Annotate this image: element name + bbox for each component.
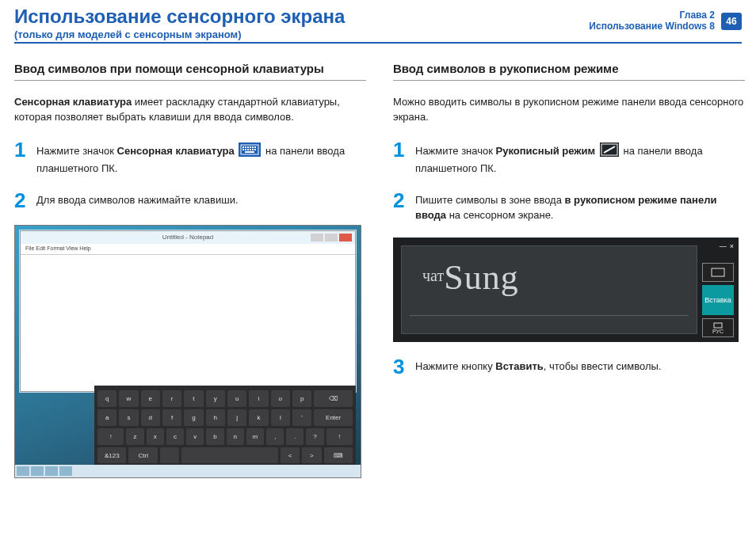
- svg-rect-2: [242, 146, 244, 148]
- language-button[interactable]: РУС: [702, 318, 734, 337]
- notepad-window: Untitled - Notepad File Edit Format View…: [20, 230, 356, 392]
- key[interactable]: z: [126, 428, 143, 445]
- chapter-label: Глава 2 Использование Windows 8: [589, 10, 715, 32]
- handwriting-content: чатSung: [422, 257, 519, 298]
- svg-rect-7: [254, 146, 256, 148]
- step-number: 1: [14, 139, 29, 160]
- left-column: Ввод символов при помощи сенсорной клави…: [14, 62, 366, 478]
- panel-top-icons: — ×: [702, 242, 734, 250]
- svg-rect-19: [714, 323, 722, 328]
- notepad-titlebar: Untitled - Notepad: [21, 231, 355, 244]
- close-icon[interactable]: ×: [730, 242, 734, 250]
- svg-rect-10: [247, 149, 249, 150]
- touch-keyboard-icon: [239, 143, 261, 162]
- key[interactable]: q: [97, 390, 116, 407]
- key[interactable]: t: [184, 390, 203, 407]
- kbd-row-1: q w e r t y u i o p ⌫: [97, 390, 353, 407]
- key[interactable]: .: [286, 428, 304, 445]
- key[interactable]: m: [246, 428, 264, 445]
- right-intro: Можно вводить символы в рукописном режим…: [393, 95, 745, 125]
- svg-rect-3: [245, 146, 246, 148]
- svg-rect-14: [245, 151, 254, 153]
- step-number: 2: [14, 190, 29, 211]
- page-title: Использование сенсорного экрана: [14, 6, 345, 28]
- key[interactable]: e: [141, 390, 160, 407]
- key[interactable]: c: [166, 428, 184, 445]
- key[interactable]: p: [292, 390, 311, 407]
- key[interactable]: <: [281, 447, 300, 464]
- minimize-icon[interactable]: —: [720, 242, 727, 250]
- key-symbols[interactable]: &123: [97, 447, 126, 464]
- taskbar: [15, 465, 361, 477]
- key[interactable]: n: [227, 428, 244, 445]
- step-number: 2: [393, 190, 407, 211]
- key-ctrl[interactable]: Ctrl: [128, 447, 157, 464]
- kbd-row-4: &123 Ctrl < > ⌨: [97, 447, 353, 464]
- right-step-1: 1 Нажмите значок Рукописный режим на пан…: [393, 139, 745, 177]
- svg-rect-5: [250, 146, 251, 148]
- key[interactable]: >: [302, 447, 321, 464]
- step-text: Нажмите кнопку Вставить, чтобы ввести си…: [415, 356, 745, 374]
- key[interactable]: a: [97, 409, 116, 426]
- key-kbd-switch[interactable]: ⌨: [324, 447, 353, 464]
- key-backspace[interactable]: ⌫: [314, 390, 353, 407]
- key-shift[interactable]: ↑: [326, 428, 353, 445]
- key[interactable]: k: [249, 409, 268, 426]
- key[interactable]: o: [271, 390, 290, 407]
- key[interactable]: ,: [266, 428, 284, 445]
- key-enter[interactable]: Enter: [314, 409, 353, 426]
- left-step-2: 2 Для ввода символов нажимайте клавиши.: [14, 190, 366, 211]
- left-intro: Сенсорная клавиатура имеет раскладку ста…: [14, 95, 366, 125]
- key[interactable]: h: [206, 409, 225, 426]
- svg-rect-8: [242, 149, 244, 150]
- left-step-1: 1 Нажмите значок Сенсорная клавиатура на…: [14, 139, 366, 177]
- svg-rect-4: [247, 146, 249, 148]
- right-step-2: 2 Пишите символы в зоне ввода в рукописн…: [393, 190, 745, 223]
- handwriting-side-panel: — × Вставка РУС: [697, 238, 739, 342]
- step-text: Для ввода символов нажимайте клавиши.: [36, 190, 366, 208]
- key[interactable]: w: [119, 390, 138, 407]
- kbd-row-2: a s d f g h j k l ' Enter: [97, 409, 353, 426]
- header-divider: [14, 42, 742, 44]
- svg-rect-13: [254, 149, 256, 150]
- screenshot-keyboard: Untitled - Notepad File Edit Format View…: [14, 225, 361, 478]
- key[interactable]: ?: [306, 428, 323, 445]
- insert-button[interactable]: Вставка: [702, 285, 734, 315]
- key[interactable]: j: [227, 409, 246, 426]
- key-space[interactable]: [181, 447, 278, 464]
- chapter-line2: Использование Windows 8: [589, 21, 715, 32]
- key[interactable]: r: [162, 390, 181, 407]
- baseline: [410, 315, 689, 316]
- key[interactable]: f: [162, 409, 181, 426]
- left-intro-bold: Сенсорная клавиатура: [14, 96, 132, 108]
- key[interactable]: s: [119, 409, 138, 426]
- key[interactable]: u: [227, 390, 246, 407]
- step-number: 1: [393, 139, 407, 160]
- page-subtitle: (только для моделей с сенсорным экраном): [14, 29, 241, 40]
- key[interactable]: g: [184, 409, 203, 426]
- svg-rect-12: [252, 149, 254, 150]
- key-shift[interactable]: ↑: [97, 428, 124, 445]
- handwriting-area[interactable]: чатSung: [401, 245, 697, 334]
- left-heading: Ввод символов при помощи сенсорной клави…: [14, 62, 366, 81]
- key[interactable]: b: [206, 428, 223, 445]
- svg-rect-11: [250, 149, 251, 150]
- key[interactable]: ': [292, 409, 311, 426]
- step-text: Пишите символы в зоне ввода в рукописном…: [415, 190, 745, 223]
- key[interactable]: x: [147, 428, 164, 445]
- mode-icon[interactable]: [702, 263, 734, 282]
- chapter-line1: Глава 2: [589, 10, 715, 21]
- key[interactable]: [160, 447, 179, 464]
- notepad-menu: File Edit Format View Help: [21, 244, 355, 255]
- key[interactable]: i: [249, 390, 268, 407]
- key[interactable]: y: [206, 390, 225, 407]
- handwriting-mode-icon: [600, 143, 619, 162]
- onscreen-keyboard: q w e r t y u i o p ⌫ a s d f g h j k: [94, 386, 356, 465]
- key[interactable]: l: [271, 409, 290, 426]
- key[interactable]: v: [186, 428, 204, 445]
- key[interactable]: d: [141, 409, 160, 426]
- svg-rect-6: [252, 146, 254, 148]
- screenshot-handwriting: чатSung — × Вставка РУС: [393, 238, 739, 342]
- right-step-3: 3 Нажмите кнопку Вставить, чтобы ввести …: [393, 356, 745, 377]
- right-heading: Ввод символов в рукописном режиме: [393, 62, 745, 81]
